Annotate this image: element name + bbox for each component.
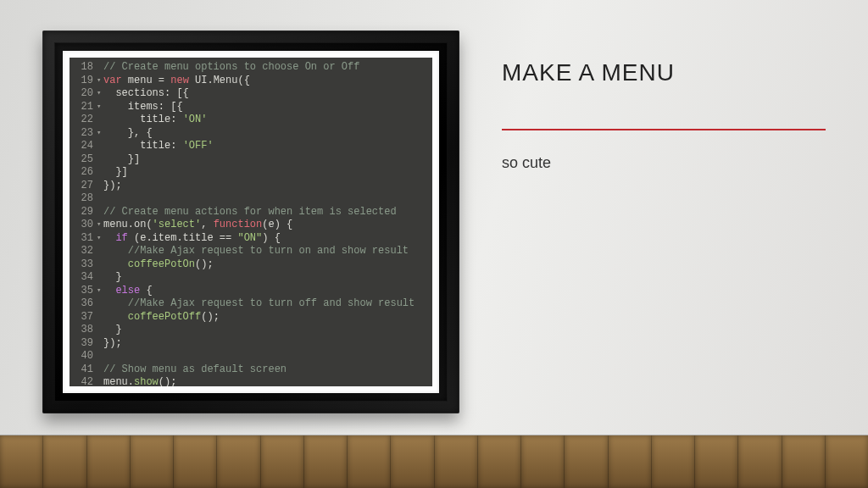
fold-marker-icon (97, 114, 103, 127)
line-number: 40 (70, 350, 97, 363)
code-content: title: 'ON' (103, 114, 427, 127)
fold-marker-icon: ▾ (97, 87, 103, 101)
line-number: 37 (70, 311, 97, 324)
code-line: 19▾var menu = new UI.Menu({ (70, 75, 427, 88)
floor-plank (652, 435, 695, 488)
code-content: //Make Ajax request to turn on and show … (103, 245, 427, 258)
line-number: 35 (70, 285, 97, 298)
code-content: coffeePotOff(); (103, 311, 427, 324)
code-content: }] (103, 166, 427, 180)
code-line: 23▾ }, { (70, 127, 427, 141)
code-content: coffeePotOn(); (103, 258, 427, 272)
slide-stage: MAKE A MENU so cute 18 // Create menu op… (0, 0, 868, 488)
code-line: 40 (70, 350, 427, 363)
line-number: 34 (70, 271, 97, 285)
line-number: 24 (70, 140, 97, 153)
floor-plank (565, 435, 608, 488)
floor-plank (391, 435, 434, 488)
code-content (103, 350, 427, 363)
line-number: 25 (70, 153, 97, 167)
code-content: items: [{ (103, 101, 427, 114)
fold-marker-icon: ▾ (97, 75, 103, 88)
picture-mat: 18 // Create menu options to choose On o… (63, 51, 439, 393)
code-line: 20▾ sections: [{ (70, 87, 427, 101)
line-number: 31 (70, 232, 97, 246)
code-content: menu.show(); (103, 376, 427, 386)
fold-marker-icon (97, 180, 103, 193)
code-line: 25 }] (70, 153, 427, 167)
code-content: else { (103, 285, 427, 298)
code-line: 18 // Create menu options to choose On o… (70, 61, 427, 75)
code-content: }] (103, 153, 427, 167)
line-number: 26 (70, 166, 97, 180)
floor-plank (261, 435, 304, 488)
line-number: 23 (70, 127, 97, 141)
line-number: 30 (70, 219, 97, 232)
code-content: } (103, 324, 427, 337)
floor-plank (521, 435, 565, 488)
line-number: 29 (70, 206, 97, 219)
floor-plank (131, 435, 174, 488)
line-number: 32 (70, 245, 97, 258)
fold-marker-icon (97, 297, 103, 311)
floor-plank (478, 435, 521, 488)
line-number: 38 (70, 324, 97, 337)
floor-plank (435, 435, 478, 488)
floor-plank (304, 435, 348, 488)
slide-subtitle: so cute (502, 154, 551, 172)
code-content: }); (103, 180, 427, 193)
floor-plank (0, 435, 43, 488)
code-line: 28 (70, 192, 427, 206)
code-content: if (e.item.title == "ON") { (103, 232, 427, 246)
floor-plank (695, 435, 738, 488)
floor-plank (174, 435, 217, 488)
line-number: 22 (70, 114, 97, 127)
picture-frame: 18 // Create menu options to choose On o… (42, 30, 459, 413)
code-content: //Make Ajax request to turn off and show… (103, 297, 427, 311)
picture-frame-inner: 18 // Create menu options to choose On o… (54, 42, 448, 402)
line-number: 18 (70, 61, 97, 75)
floor-plank (738, 435, 782, 488)
floor-plank (826, 435, 868, 488)
code-content: title: 'OFF' (103, 140, 427, 153)
code-line: 22 title: 'ON' (70, 114, 427, 127)
fold-marker-icon: ▾ (97, 101, 103, 114)
line-number: 42 (70, 376, 97, 386)
fold-marker-icon: ▾ (97, 232, 103, 246)
fold-marker-icon: ▾ (97, 219, 103, 232)
code-line: 38 } (70, 324, 427, 337)
code-line: 31▾ if (e.item.title == "ON") { (70, 232, 427, 246)
floor-plank (348, 435, 391, 488)
fold-marker-icon: ▾ (97, 127, 103, 141)
code-line: 33 coffeePotOn(); (70, 258, 427, 272)
code-line: 32 //Make Ajax request to turn on and sh… (70, 245, 427, 258)
wood-floor (0, 435, 868, 488)
code-content: sections: [{ (103, 87, 427, 101)
code-line: 36 //Make Ajax request to turn off and s… (70, 297, 427, 311)
line-number: 28 (70, 192, 97, 206)
code-editor: 18 // Create menu options to choose On o… (70, 58, 432, 386)
slide-title: MAKE A MENU (502, 59, 675, 86)
code-line: 29 // Create menu actions for when item … (70, 206, 427, 219)
fold-marker-icon (97, 245, 103, 258)
code-line: 24 title: 'OFF' (70, 140, 427, 153)
fold-marker-icon: ▾ (97, 285, 103, 298)
code-line: 37 coffeePotOff(); (70, 311, 427, 324)
code-line: 30▾menu.on('select', function(e) { (70, 219, 427, 232)
code-line: 39 }); (70, 337, 427, 351)
code-line: 35▾ else { (70, 285, 427, 298)
fold-marker-icon (97, 140, 103, 153)
code-line: 34 } (70, 271, 427, 285)
floor-plank (217, 435, 260, 488)
fold-marker-icon (97, 206, 103, 219)
code-content: // Create menu options to choose On or O… (103, 61, 427, 75)
code-content (103, 192, 427, 206)
fold-marker-icon (97, 363, 103, 377)
fold-marker-icon (97, 192, 103, 206)
line-number: 33 (70, 258, 97, 272)
code-line: 21▾ items: [{ (70, 101, 427, 114)
line-number: 21 (70, 101, 97, 114)
title-underline (502, 129, 826, 130)
code-content: }); (103, 337, 427, 351)
line-number: 41 (70, 363, 97, 377)
